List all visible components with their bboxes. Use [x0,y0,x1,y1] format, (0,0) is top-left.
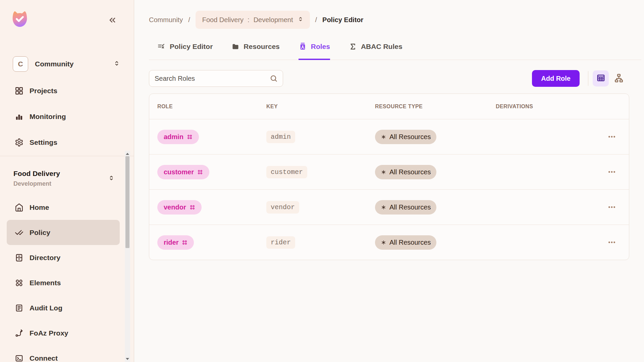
tab-roles[interactable]: Roles [299,42,330,60]
sidebar-item-label: Monitoring [30,113,66,121]
row-actions-button[interactable] [607,168,616,176]
scroll-down-arrow-icon[interactable] [125,357,130,361]
breadcrumb-org-link[interactable]: Community [149,16,183,24]
column-header-key: KEY [266,104,375,110]
breadcrumb-project-env-selector[interactable]: Food Delivery : Development [196,11,310,29]
chevrons-up-down-icon [113,60,120,68]
role-pill[interactable]: admin [157,130,199,144]
column-header-role: ROLE [157,104,266,110]
terminal-icon [15,354,23,362]
search-roles-input[interactable] [149,70,283,87]
role-name: customer [164,168,194,176]
check-check-icon [15,228,23,237]
tab-policy-editor[interactable]: Policy Editor [157,42,213,60]
roles-toolbar: Add Role [149,70,641,87]
tab-bar: Policy Editor Resources Roles ABAC Rules [149,42,641,60]
sidebar-item-monitoring[interactable]: Monitoring [0,104,134,129]
bar-chart-icon [15,112,23,121]
sidebar-item-home[interactable]: Home [7,195,120,220]
main-content: Community / Food Delivery : Development … [134,0,644,362]
environment-name: Development [13,180,108,187]
grid-icon [15,86,23,95]
table-row: rider rider All Resources [149,225,629,260]
project-name: Food Delivery [13,170,108,178]
scrollbar-thumb[interactable] [125,156,129,248]
role-pill[interactable]: rider [157,235,194,250]
gear-icon [15,138,23,147]
tab-label: Resources [244,43,279,51]
table-header-row: ROLE KEY RESOURCE TYPE DERIVATIONS [149,94,629,119]
table-row: vendor vendor All Resources [149,189,629,225]
ellipsis-icon [607,168,616,176]
ellipsis-icon [607,132,616,141]
sidebar-item-label: Elements [30,279,61,287]
search-icon [270,74,278,84]
app-root: C Community Projects Monitoring [0,0,644,362]
sidebar-item-projects[interactable]: Projects [0,78,134,104]
document-lines-icon [15,304,23,312]
resource-type-badge: All Resources [375,200,436,215]
sidebar-item-directory[interactable]: Directory [7,245,120,270]
sidebar-item-label: Audit Log [30,304,62,312]
workspace-nav: Projects Monitoring Settings [0,78,134,155]
command-circles-icon [187,134,193,140]
sidebar-item-settings[interactable]: Settings [0,129,134,155]
tab-label: Roles [311,43,330,51]
command-circles-icon [182,240,187,245]
row-actions-button[interactable] [607,132,616,141]
role-key: rider [266,236,295,249]
chevrons-up-down-icon [297,16,304,24]
sidebar-item-label: Settings [30,138,57,146]
home-icon [15,203,23,212]
circles-grid-icon [15,279,23,287]
id-badge-icon [299,42,307,51]
list-checks-icon [157,42,166,51]
org-name: Community [35,60,113,68]
org-switcher[interactable]: C Community [13,56,120,72]
role-pill[interactable]: customer [157,165,209,179]
ellipsis-icon [607,203,616,212]
tab-resources[interactable]: Resources [231,43,279,60]
ellipsis-icon [607,238,616,247]
breadcrumb: Community / Food Delivery : Development … [149,11,641,29]
breadcrumb-project: Food Delivery [202,16,244,24]
route-arrow-icon [15,329,23,338]
sidebar-collapse-button[interactable] [108,15,117,26]
environment-nav: Home Policy Directory Elements [0,195,134,362]
sigma-icon [349,43,357,51]
sidebar-item-foaz-proxy[interactable]: FoAz Proxy [7,320,120,346]
row-actions-button[interactable] [607,203,616,212]
chevrons-up-down-icon [108,174,115,183]
role-pill[interactable]: vendor [157,200,202,215]
breadcrumb-current-page: Policy Editor [322,16,363,24]
resource-type-badge: All Resources [375,235,436,250]
tab-label: Policy Editor [170,43,213,51]
sidebar-item-label: Policy [30,229,50,237]
sidebar: C Community Projects Monitoring [0,0,134,362]
sidebar-item-connect[interactable]: Connect [7,346,120,362]
asterisk-icon [381,169,386,175]
tab-label: ABAC Rules [361,43,402,51]
command-circles-icon [190,204,195,210]
cabinet-icon [15,253,23,262]
role-name: admin [164,133,183,141]
sidebar-item-label: FoAz Proxy [30,329,68,337]
sidebar-item-elements[interactable]: Elements [7,270,120,295]
scroll-up-arrow-icon[interactable] [125,152,130,156]
table-view-button[interactable] [593,70,609,86]
sidebar-item-policy[interactable]: Policy [7,220,120,245]
role-key: vendor [266,201,299,214]
role-key: customer [266,166,307,178]
resource-type-badge: All Resources [375,130,436,144]
table-row: customer customer All Resources [149,154,629,189]
project-switcher[interactable]: Food Delivery Development [13,170,115,187]
tree-view-button[interactable] [613,70,625,86]
add-role-button[interactable]: Add Role [532,70,580,87]
sidebar-scrollbar[interactable] [125,151,130,362]
tab-abac-rules[interactable]: ABAC Rules [349,43,402,60]
org-avatar: C [13,56,28,72]
sidebar-item-label: Connect [30,354,58,362]
row-actions-button[interactable] [607,238,616,247]
sidebar-item-audit-log[interactable]: Audit Log [7,295,120,320]
toolbar-divider [588,71,588,86]
